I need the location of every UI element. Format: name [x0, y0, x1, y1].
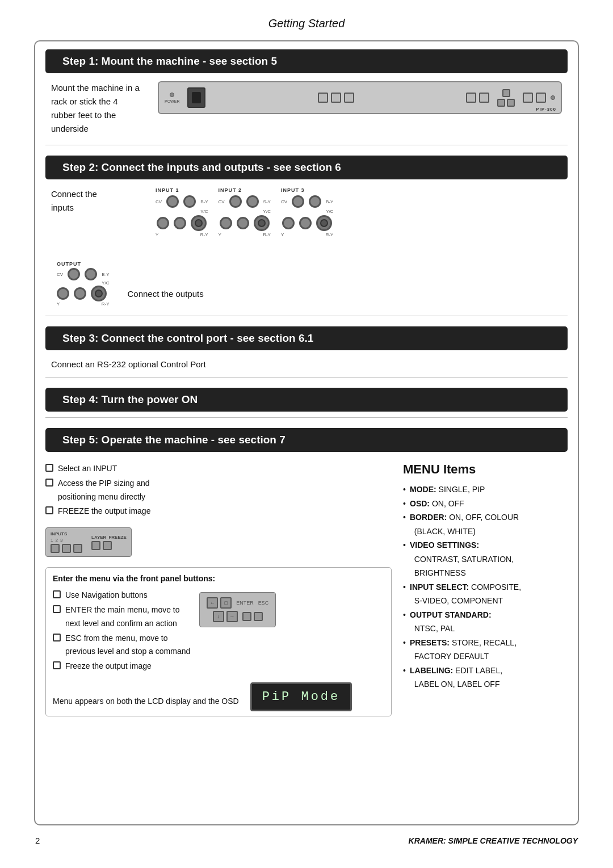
bnc-by-3 [309, 195, 321, 208]
input2-group: INPUT 2 CV S-Y Y/C [218, 187, 270, 237]
presets-bold: PRESETS: [410, 638, 450, 647]
main-button [187, 87, 205, 108]
step3-text: Connect an RS-232 optional Control Port [51, 359, 206, 369]
lcd-row: Menu appears on both the LCD display and… [53, 679, 384, 711]
out-yc-label: Y/C [102, 280, 109, 286]
cv-label-3: CV [281, 199, 287, 204]
page-footer: 2 KRAMER: SIMPLE CREATIVE TECHNOLOGY [34, 836, 579, 845]
border-bold: BORDER: [410, 513, 447, 522]
power-label: POWER [165, 99, 179, 103]
step2-header: Step 2: Connect the inputs and outputs -… [45, 156, 568, 179]
inputs-diagram: INPUT 1 CV B-Y Y/C [156, 187, 333, 237]
connector-special-1 [191, 215, 207, 231]
inputs-panel-diagram: INPUTS 1 2 3 [45, 523, 392, 561]
layer-btn [466, 93, 476, 103]
nav-up-icon: □ [220, 597, 232, 609]
enter-btn [523, 93, 533, 103]
nav-btn-left [497, 99, 505, 107]
step2-content: Connect the inputs INPUT 1 CV B-Y Y/C [35, 185, 578, 311]
checklist-text-2: Access the PIP sizing andpositioning men… [58, 477, 150, 504]
input2-bottom-row [220, 215, 270, 231]
bnc-ry-1 [174, 217, 186, 229]
bnc-out-by [85, 268, 97, 280]
input-num-3: 3 [60, 538, 62, 543]
bnc-out-ry [74, 287, 86, 300]
input3-label: INPUT 3 [281, 187, 305, 193]
cv-label-2: CV [218, 199, 224, 204]
step3-content: Connect an RS-232 optional Control Port [35, 356, 578, 372]
video-bold: VIDEO SETTINGS: [410, 540, 479, 550]
output-top-row: CV B-Y [57, 268, 109, 280]
checklist-item-2: Access the PIP sizing andpositioning men… [45, 477, 392, 504]
mini-input-btn-1 [51, 544, 60, 553]
menu-item-presets: PRESETS: STORE, RECALL, FACTORY DEFAULT [403, 636, 568, 664]
step1-text-line1: Mount the machine in a [51, 83, 140, 93]
nav-panel-diagram: ← □ ENTER ESC ↓ [199, 592, 276, 627]
bnc-y-3 [282, 217, 295, 229]
y-ry-labels-2: YR-Y [218, 232, 270, 237]
menu-item-border: BORDER: ON, OFF, COLOUR (BLACK, WHITE) [403, 510, 568, 538]
menu-items-title: MENU Items [403, 462, 568, 477]
nav-checkbox-2 [53, 605, 61, 613]
input2-label: INPUT 2 [218, 187, 242, 193]
input3-bottom-row [282, 215, 332, 231]
bnc-cv-2 [229, 195, 242, 208]
bnc-cv-3 [292, 195, 304, 208]
bnc-by-2 [246, 195, 259, 208]
step5-checklist: Select an INPUT Access the PIP sizing an… [45, 462, 392, 518]
connector-out-special [91, 286, 107, 301]
input2-top-row: CV S-Y [218, 195, 270, 208]
nav-item-1: Use Navigation buttons [53, 589, 190, 602]
input3-group: INPUT 3 CV B-Y Y/C [281, 187, 333, 237]
divider-3 [45, 377, 568, 378]
step5-body: Select an INPUT Access the PIP sizing an… [35, 458, 578, 721]
nav-text-1: Use Navigation buttons [65, 589, 148, 602]
enter-label: ENTER [236, 600, 254, 606]
divider-4 [45, 417, 568, 418]
input-select-bold: INPUT SELECT: [410, 582, 469, 592]
nav-btn-row-bottom: ↓ → [213, 611, 263, 622]
checklist-item-3: FREEZE the output image [45, 505, 392, 518]
mini-input-btn-2 [62, 544, 71, 553]
inputs-mini-panel: INPUTS 1 2 3 [45, 527, 132, 557]
nav-item-3: ESC from the menu, move toprevious level… [53, 632, 190, 659]
mini-input-btn-3 [73, 544, 82, 553]
out-by-label: B-Y [102, 272, 109, 277]
checkbox-1 [45, 464, 53, 472]
input1-group: INPUT 1 CV B-Y Y/C [156, 187, 208, 237]
device-front-panel: POWER [158, 81, 562, 114]
step5-right: MENU Items MODE: SINGLE, PIP OSD: ON, OF… [403, 462, 568, 691]
input-btn-1 [318, 93, 328, 103]
main-content-box: Step 1: Mount the machine - see section … [34, 40, 579, 825]
step2-connect-label2: inputs [51, 203, 74, 212]
nav-text-3: ESC from the menu, move toprevious level… [65, 632, 190, 659]
checkbox-2 [45, 479, 53, 487]
nav-btn-up [502, 89, 510, 97]
step1-text-line3: rubber feet to the [51, 110, 116, 120]
enter-menu-section: Enter the menu via the front panel butto… [45, 567, 392, 716]
esc-label: ESC [258, 600, 269, 606]
nav-text-4: Freeze the output image [65, 660, 152, 673]
bnc-ry-3 [299, 217, 312, 229]
input1-top-row: CV B-Y [156, 195, 208, 208]
input-num-2: 2 [55, 538, 57, 543]
input3-top-row: CV B-Y [281, 195, 333, 208]
power-led [170, 93, 174, 97]
nav-down-icon: ↓ [213, 611, 224, 622]
enter-btn-mini [242, 612, 251, 621]
step4-header: Step 4: Turn the power ON [45, 388, 568, 412]
by-label-3: B-Y [326, 199, 333, 204]
by-label-1: B-Y [200, 199, 208, 204]
footer-brand: KRAMER: SIMPLE CREATIVE TECHNOLOGY [409, 836, 578, 845]
y-ry-labels-1: YR-Y [156, 232, 208, 237]
esc-btn [536, 93, 546, 103]
step5-left: Select an INPUT Access the PIP sizing an… [45, 462, 392, 716]
bnc-y-2 [220, 217, 232, 229]
step1-text-line4: underside [51, 124, 89, 133]
cv-label-1: CV [156, 199, 162, 204]
step5-header: Step 5: Operate the machine - see sectio… [45, 428, 568, 452]
input-btn-2 [331, 93, 341, 103]
bnc-by-1 [183, 195, 196, 208]
nav-text-2: ENTER the main menu, move tonext level a… [65, 603, 180, 631]
sy-label-2: S-Y [263, 199, 271, 204]
